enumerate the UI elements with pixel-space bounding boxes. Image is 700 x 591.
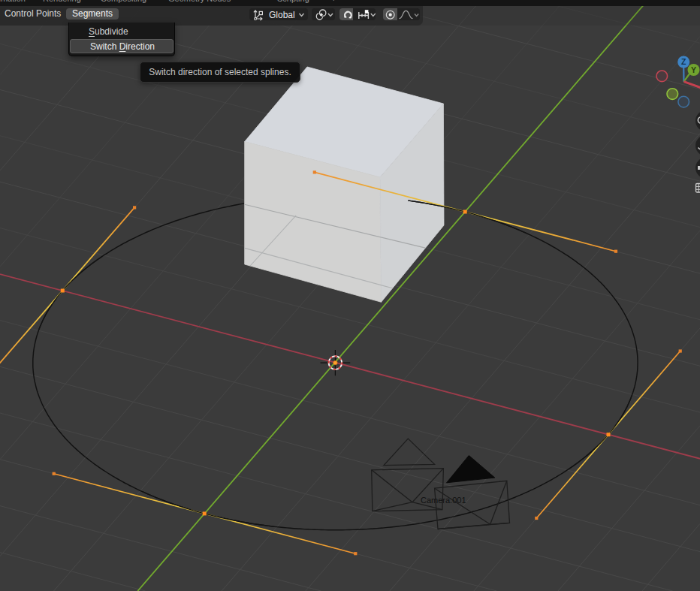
svg-text:Global: Global xyxy=(269,9,295,20)
svg-text:Y: Y xyxy=(691,65,696,74)
svg-text:Camera.001: Camera.001 xyxy=(421,496,466,505)
svg-text:Z: Z xyxy=(681,57,686,66)
